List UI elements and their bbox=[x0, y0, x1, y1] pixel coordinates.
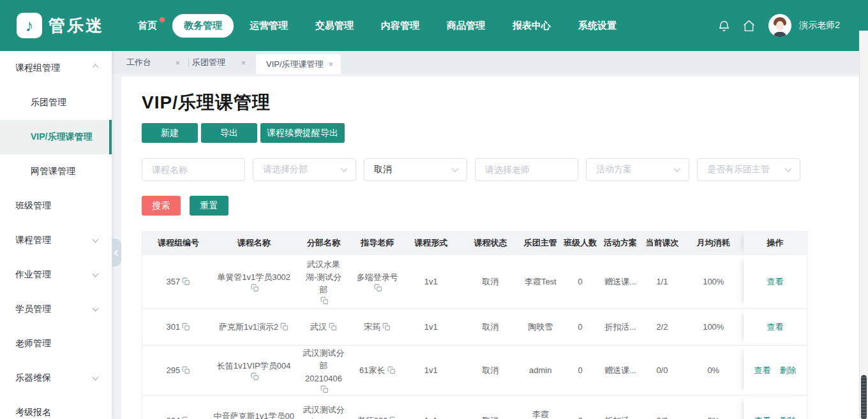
chevron-down-icon bbox=[93, 374, 99, 381]
copy-icon[interactable] bbox=[389, 416, 398, 419]
nav-item-products[interactable]: 商品管理 bbox=[447, 20, 485, 32]
copy-icon[interactable] bbox=[387, 366, 396, 374]
view-link[interactable]: 查看 bbox=[767, 276, 784, 288]
cell-status: 取消 bbox=[461, 255, 520, 308]
cell-branch: 武汉测试分部20210406 bbox=[294, 346, 354, 395]
copy-icon[interactable] bbox=[320, 385, 329, 393]
cell-branch: 武汉 bbox=[294, 309, 354, 345]
tab-vip-theory-mgmt[interactable]: VIP/乐理课管理 × bbox=[256, 54, 341, 74]
view-link[interactable]: 查看 bbox=[754, 415, 771, 419]
cell-form: 1v1 bbox=[401, 309, 461, 345]
copy-icon[interactable] bbox=[329, 323, 337, 331]
sidebar-item-course-mgmt[interactable]: 课程管理 bbox=[0, 223, 112, 258]
sidebar-collapse-handle[interactable] bbox=[112, 239, 121, 267]
sidebar-item-teacher-mgmt[interactable]: 老师管理 bbox=[0, 327, 112, 361]
tab-orchestra-mgmt[interactable]: 乐团管理 × bbox=[191, 51, 252, 74]
sidebar-item-homework-mgmt[interactable]: 作业管理 bbox=[0, 258, 112, 292]
delete-link[interactable]: 删除 bbox=[780, 415, 797, 419]
copy-icon[interactable] bbox=[251, 372, 259, 381]
cell-status: 取消 bbox=[461, 395, 520, 419]
col-header: 课程组编号 bbox=[142, 231, 214, 254]
scrollbar-thumb[interactable] bbox=[861, 375, 867, 419]
sidebar-item-online-course-mgmt[interactable]: 网管课管理 bbox=[0, 154, 112, 189]
teacher-input[interactable] bbox=[475, 159, 578, 180]
activity-plan-select[interactable]: 活动方案 bbox=[586, 158, 689, 181]
sidebar-item-course-group-mgmt[interactable]: 课程组管理 bbox=[0, 51, 112, 85]
cell-form: 1v1 bbox=[401, 395, 461, 419]
sidebar-item-student-mgmt[interactable]: 学员管理 bbox=[0, 292, 112, 327]
header-actions: 演示老师2 bbox=[717, 0, 840, 51]
cell-lesson: 2/2 bbox=[641, 309, 684, 345]
cell-lesson: 0/0 bbox=[641, 395, 684, 419]
nav-item-reports[interactable]: 报表中心 bbox=[513, 20, 551, 32]
tab-separator bbox=[188, 58, 189, 67]
search-button[interactable]: 搜索 bbox=[142, 196, 181, 216]
chevron-down-icon bbox=[451, 165, 458, 172]
export-button[interactable]: 导出 bbox=[201, 123, 257, 143]
nav-item-operations[interactable]: 运营管理 bbox=[250, 20, 288, 32]
cell-group-id: 304 bbox=[142, 395, 214, 419]
course-name-input[interactable] bbox=[142, 159, 244, 180]
create-button[interactable]: 新建 bbox=[142, 123, 198, 143]
close-icon[interactable]: × bbox=[175, 58, 180, 68]
reset-button[interactable]: 重置 bbox=[190, 196, 228, 216]
avatar[interactable] bbox=[768, 14, 791, 37]
cell-consumption: 100% bbox=[683, 309, 744, 345]
table-header-row: 课程组编号 课程名称 分部名称 指导老师 课程形式 课程状态 乐团主管 班级人数… bbox=[142, 231, 807, 255]
delete-link[interactable]: 删除 bbox=[780, 364, 797, 377]
close-icon[interactable]: × bbox=[329, 59, 334, 69]
sidebar-item-grading-registration[interactable]: 考级报名 bbox=[0, 395, 112, 419]
copy-icon[interactable] bbox=[182, 416, 190, 419]
nav-item-settings[interactable]: 系统设置 bbox=[578, 20, 617, 32]
chevron-down-icon bbox=[93, 237, 99, 243]
cell-lesson: 0/0 bbox=[641, 346, 684, 395]
cell-status: 取消 bbox=[461, 346, 520, 395]
cell-course-name: 中音萨克斯1v1学员00 bbox=[214, 395, 294, 419]
tab-workbench[interactable]: 工作台 × bbox=[125, 51, 186, 74]
cell-form: 1v1 bbox=[401, 255, 461, 308]
status-select[interactable]: 取消 bbox=[364, 158, 467, 181]
top-header: ♪ 管乐迷 首页 教务管理 运营管理 交易管理 内容管理 商品管理 报表中心 系… bbox=[0, 0, 868, 51]
sidebar-item-orchestra-mgmt[interactable]: 乐团管理 bbox=[0, 85, 112, 120]
col-header: 课程状态 bbox=[461, 231, 520, 254]
screen: ♪ 管乐迷 首页 教务管理 运营管理 交易管理 内容管理 商品管理 报表中心 系… bbox=[0, 0, 868, 419]
chevron-down-icon bbox=[340, 165, 347, 172]
copy-icon[interactable] bbox=[320, 297, 329, 305]
copy-icon[interactable] bbox=[182, 323, 190, 331]
copy-icon[interactable] bbox=[382, 323, 391, 331]
col-header: 班级人数 bbox=[561, 231, 600, 254]
cell-class-size: 0 bbox=[561, 309, 600, 345]
notification-dot bbox=[160, 17, 165, 22]
copy-icon[interactable] bbox=[182, 366, 190, 374]
col-header: 活动方案 bbox=[600, 231, 641, 254]
page-title: VIP/乐理课管理 bbox=[142, 91, 271, 115]
nav-item-transactions[interactable]: 交易管理 bbox=[315, 20, 354, 32]
chevron-left-icon bbox=[114, 249, 121, 256]
sidebar-item-class-mgmt[interactable]: 班级管理 bbox=[0, 189, 112, 223]
close-icon[interactable]: × bbox=[241, 58, 246, 68]
cell-actions: 查看 bbox=[744, 309, 807, 345]
copy-icon[interactable] bbox=[280, 323, 288, 331]
nav-item-home[interactable]: 首页 bbox=[138, 20, 157, 32]
app-logo-text: 管乐迷 bbox=[49, 15, 104, 37]
view-link[interactable]: 查看 bbox=[754, 364, 771, 377]
branch-select[interactable]: 请选择分部 bbox=[253, 158, 356, 181]
cell-lesson: 1/1 bbox=[641, 255, 684, 308]
bell-icon[interactable] bbox=[717, 19, 731, 33]
table-row: 357 单簧管1v1学员3002 武汉水果湖-测试分部 多端登录号 1v1 取消… bbox=[142, 255, 807, 309]
nav-item-content[interactable]: 内容管理 bbox=[381, 20, 419, 32]
copy-icon[interactable] bbox=[182, 277, 190, 286]
has-orchestra-manager-select[interactable]: 是否有乐团主管 bbox=[697, 158, 800, 181]
nav-item-academic-affairs[interactable]: 教务管理 bbox=[172, 14, 234, 38]
cell-actions: 查看删除 bbox=[744, 346, 807, 395]
home-icon[interactable] bbox=[742, 19, 756, 33]
copy-icon[interactable] bbox=[374, 284, 382, 292]
sidebar-item-instrument-maintenance[interactable]: 乐器维保 bbox=[0, 361, 112, 395]
user-name[interactable]: 演示老师2 bbox=[799, 20, 840, 31]
view-link[interactable]: 查看 bbox=[767, 321, 784, 334]
copy-icon[interactable] bbox=[251, 284, 259, 292]
renewal-reminder-export-button[interactable]: 课程续费提醒导出 bbox=[260, 123, 345, 143]
cell-course-name: 长笛1v1VIP学员004 bbox=[214, 346, 294, 395]
sidebar-item-vip-theory-mgmt[interactable]: VIP/乐理课管理 bbox=[0, 120, 112, 154]
vertical-scrollbar[interactable] bbox=[859, 31, 868, 419]
